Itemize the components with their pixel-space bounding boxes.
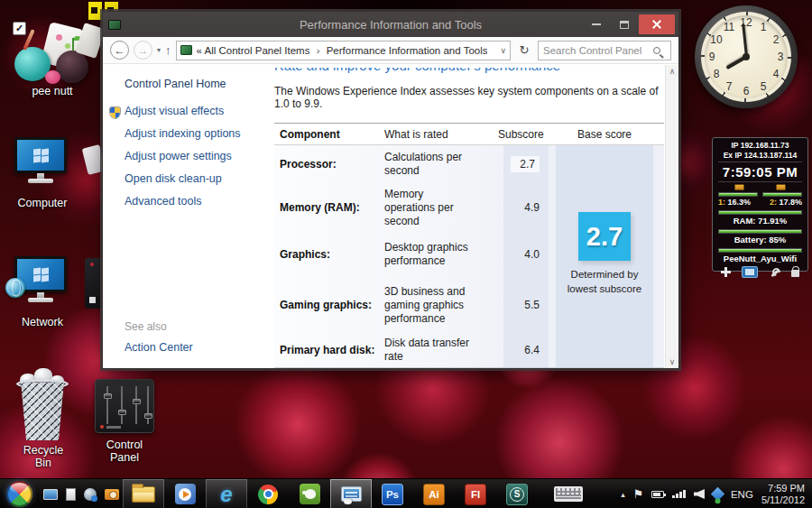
sidebar-item-advanced-tools[interactable]: Advanced tools [125, 195, 241, 217]
gadget-wrench-icon[interactable] [770, 267, 780, 278]
clock-number: 4 [773, 68, 780, 80]
photoshop-icon: Ps [382, 484, 403, 505]
component-cell: Gaming graphics: [274, 299, 384, 311]
taskbar-internet-explorer-button[interactable]: e [206, 479, 247, 508]
back-button[interactable]: ← [110, 41, 129, 60]
taskbar-control-panel-active-button[interactable] [330, 479, 372, 508]
show-hidden-icons-button[interactable]: ▴ [621, 490, 625, 499]
navigation-bar: ← → ▾ ↑ « All Control Panel Items › Perf… [103, 37, 678, 64]
green-s-glyph: S [510, 487, 524, 502]
touch-keyboard-icon[interactable] [554, 486, 583, 502]
internet-explorer-icon: e [220, 483, 232, 506]
desktop-icon-recycle-bin[interactable]: Recycle Bin [14, 374, 72, 466]
component-cell: Memory (RAM): [274, 201, 384, 214]
gadget-lock-icon[interactable] [791, 270, 799, 277]
sidebar-item-open-disk-clean-up[interactable]: Open disk clean-up [125, 172, 241, 195]
taskbar-chrome-button[interactable] [247, 479, 289, 508]
column-header-what-is-rated: What is rated [384, 128, 498, 141]
scroll-up-arrow[interactable]: ∧ [666, 67, 678, 76]
external-ip-text: Ex IP 124.13.187.114 [718, 151, 802, 161]
sidebar-item-adjust-visual-effects[interactable]: Adjust visual effects [125, 105, 241, 127]
sidebar-item-control-panel-home[interactable]: Control Panel Home [125, 78, 226, 90]
desktop-icon-computer[interactable]: Computer [13, 137, 72, 220]
scroll-down-arrow[interactable]: ∨ [666, 357, 678, 366]
cpu-chip-icon [776, 184, 786, 190]
close-button[interactable] [639, 14, 675, 34]
taskbar-media-player-button[interactable] [164, 479, 206, 508]
component-cell: Processor: [274, 158, 384, 171]
taskbar-photoshop-button[interactable]: Ps [372, 479, 413, 508]
quick-launch-area [43, 479, 119, 508]
history-dropdown-icon[interactable]: ▾ [157, 46, 161, 54]
address-bar[interactable]: « All Control Panel Items › Performance … [176, 41, 511, 60]
document-quick-icon[interactable] [66, 488, 76, 501]
taskbar-explorer-button[interactable] [123, 479, 164, 508]
pee-nutt-pink-fruit [45, 70, 60, 84]
breadcrumb-item[interactable]: All Control Panel Items [204, 45, 309, 56]
wei-score-table: Component What is rated Subscore Base sc… [274, 123, 664, 368]
network-monitor-icon [13, 256, 69, 303]
battery-label: Battery: 85% [718, 234, 802, 245]
up-button[interactable]: ↑ [165, 43, 171, 57]
breadcrumb[interactable]: « All Control Panel Items › Performance … [197, 45, 488, 56]
search-icon [653, 47, 660, 54]
rated-cell: Memory operations per second [384, 188, 476, 228]
taskbar-evernote-button[interactable] [289, 479, 330, 508]
search-box[interactable] [538, 41, 671, 60]
network-signal-icon[interactable] [672, 490, 686, 498]
gadget-monitor-icon[interactable] [742, 266, 758, 278]
page-heading-clipped: Rate and improve your computer's perform… [274, 68, 664, 76]
action-center-flag-icon[interactable]: ⚑ [633, 488, 644, 501]
column-header-base-score: Base score [556, 128, 653, 141]
base-score-value: 2.7 [578, 212, 631, 261]
gadget-time-text: 7:59:05 PM [718, 163, 802, 180]
taskbar-flash-button[interactable]: Fl [455, 479, 496, 508]
title-bar[interactable]: Performance Information and Tools [103, 12, 678, 37]
tray-clock[interactable]: 7:59 PM 5/11/2012 [761, 483, 808, 506]
system-tray: ▴ ⚑ ENG 7:59 PM 5/11/2012 [621, 479, 808, 508]
language-indicator[interactable]: ENG [731, 489, 753, 500]
camera-quick-icon[interactable] [105, 489, 119, 500]
rated-cell: 3D business and gaming graphics performa… [384, 285, 476, 326]
volume-icon[interactable] [694, 489, 705, 499]
sidebar-item-action-center[interactable]: Action Center [125, 341, 193, 354]
wifi-label: PeeNutt_Ayu_Wifi [718, 253, 802, 264]
show-desktop-icon[interactable] [43, 489, 58, 500]
address-dropdown-icon[interactable]: ∨ [500, 46, 506, 55]
sidebar-link-label: Adjust visual effects [125, 105, 224, 117]
desktop-icon-network[interactable]: Network [13, 256, 72, 339]
system-monitor-gadget[interactable]: IP 192.168.11.73 Ex IP 124.13.187.114 7:… [712, 137, 808, 272]
clock-gadget[interactable]: 12 1 2 3 4 5 6 7 8 9 10 11 [695, 5, 798, 108]
gadget-add-icon[interactable] [721, 267, 731, 277]
sidebar-item-adjust-indexing-options[interactable]: Adjust indexing options [125, 127, 241, 150]
search-input[interactable] [543, 45, 650, 56]
control-panel-folder-icon [180, 45, 192, 55]
desktop-icon-label: pee nutt [9, 85, 96, 97]
refresh-button[interactable]: ↻ [515, 43, 533, 57]
breadcrumb-item[interactable]: Performance Information and Tools [327, 45, 488, 56]
pinned-apps: e Ps Ai Fl S [123, 479, 538, 508]
mixer-panel-icon [95, 379, 154, 433]
column-header-subscore: Subscore [498, 128, 543, 141]
performance-window-icon [341, 486, 362, 502]
clock-number: 5 [761, 80, 767, 93]
globe-quick-icon[interactable] [84, 488, 97, 501]
selection-checkbox[interactable]: ✓ [13, 22, 26, 35]
battery-icon[interactable] [651, 491, 664, 498]
dropbox-icon[interactable] [711, 487, 725, 502]
taskbar-green-s-app-button[interactable]: S [496, 479, 538, 508]
green-s-app-icon: S [506, 484, 528, 505]
vertical-scrollbar[interactable]: ∧ ∨ [665, 65, 678, 368]
breadcrumb-prefix: « [197, 45, 202, 56]
window-body: Control Panel Home Adjust visual effects… [103, 65, 678, 368]
rated-cell: Disk data transfer rate [384, 337, 476, 364]
forward-button[interactable]: → [134, 41, 152, 60]
taskbar-illustrator-button[interactable]: Ai [413, 479, 455, 508]
cpu1-label: 1: 16.3% [718, 197, 751, 208]
maximize-button[interactable] [611, 14, 637, 34]
base-score-note: Determined by lowest subscore [556, 267, 653, 296]
start-button[interactable] [6, 481, 32, 507]
sidebar-item-adjust-power-settings[interactable]: Adjust power settings [125, 150, 241, 172]
minimize-button[interactable] [583, 14, 609, 34]
desktop-icon-control-panel[interactable]: Control Panel [92, 379, 157, 466]
